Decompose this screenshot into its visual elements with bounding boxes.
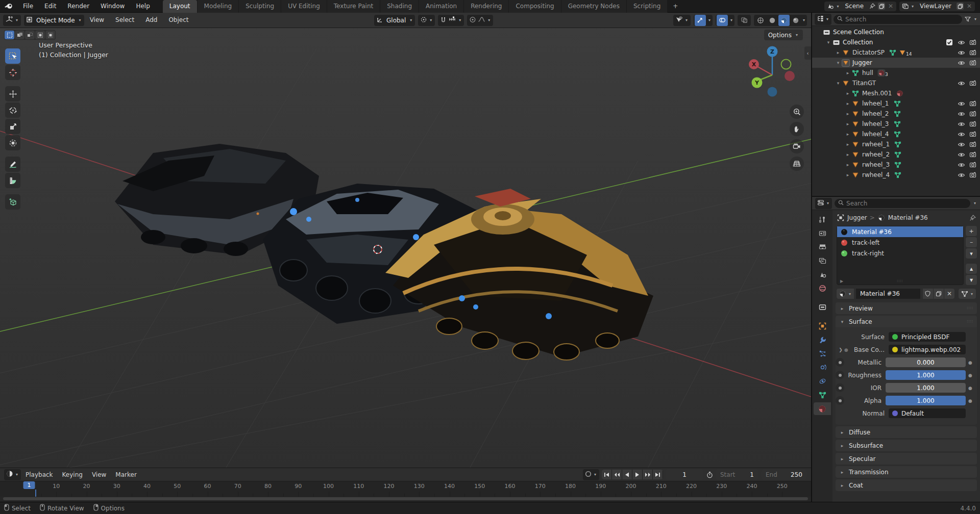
move-slot-up-button[interactable]: ▲	[966, 264, 977, 274]
hide-eye-toggle[interactable]	[957, 79, 965, 87]
outliner-row-lwheel-4[interactable]: ▸lwheel_4	[812, 129, 980, 139]
render-visibility-toggle[interactable]	[969, 150, 977, 159]
tab-object[interactable]	[814, 320, 831, 332]
chevron-right-icon[interactable]: ❯	[838, 347, 844, 352]
add-slot-button[interactable]: +	[966, 226, 977, 236]
show-overlays-toggle[interactable]	[717, 15, 728, 26]
menu-render[interactable]: Render	[62, 0, 95, 13]
tab-render[interactable]	[814, 227, 831, 240]
jump-to-end-button[interactable]	[653, 470, 663, 479]
tab-data[interactable]	[814, 389, 831, 401]
tab-physics[interactable]	[814, 361, 831, 374]
transform-orientation[interactable]: Global ▾	[374, 15, 415, 26]
mode-selector[interactable]: Object Mode ▾	[24, 15, 84, 26]
keyframe-dot[interactable]: ●	[968, 360, 973, 365]
filter-icon[interactable]	[964, 16, 971, 23]
render-visibility-toggle[interactable]	[969, 48, 977, 57]
keyframe-dot[interactable]: ●	[968, 386, 973, 391]
property-slider-ior[interactable]: 1.000	[886, 383, 966, 393]
view-layer-name[interactable]: ViewLayer	[917, 3, 954, 10]
shading-solid-button[interactable]	[767, 15, 778, 26]
outliner-row-mesh-001[interactable]: ▸Mesh.001	[812, 88, 980, 98]
tab-modifiers[interactable]	[814, 333, 831, 346]
shading-rendered-button[interactable]	[790, 15, 801, 26]
normal-field[interactable]: Default	[889, 408, 966, 418]
add-workspace-button[interactable]: +	[668, 3, 683, 10]
chevron-down-icon[interactable]: ▾	[835, 60, 842, 65]
select-subtract-button[interactable]	[25, 31, 35, 39]
shading-dropdown-icon[interactable]: ▾	[802, 18, 806, 22]
property-slider-metallic[interactable]: 0.000	[886, 357, 966, 367]
viewport-menu-object[interactable]: Object	[163, 14, 194, 27]
outliner-row-rwheel-4[interactable]: ▸rwheel_4	[812, 170, 980, 180]
panel-specular[interactable]: ▸Specular	[836, 453, 977, 465]
outliner-row-lwheel-2[interactable]: ▸lwheel_2	[812, 109, 980, 119]
chevron-right-icon[interactable]: ▸	[844, 172, 851, 177]
properties-search-input[interactable]: Search	[835, 199, 970, 208]
outliner-row-rwheel-3[interactable]: ▸rwheel_3	[812, 160, 980, 170]
collection-checkbox[interactable]	[945, 38, 953, 46]
panel-diffuse[interactable]: ▸Diffuse	[836, 426, 977, 438]
outliner-row-jugger[interactable]: ▾Jugger	[812, 58, 980, 68]
render-visibility-toggle[interactable]	[969, 110, 977, 118]
chevron-right-icon[interactable]: ▸	[844, 152, 851, 157]
chevron-right-icon[interactable]: ▸	[844, 142, 851, 147]
menu-help[interactable]: Help	[130, 0, 155, 13]
viewport-menu-add[interactable]: Add	[140, 14, 163, 27]
tab-tool[interactable]	[814, 213, 831, 226]
panel-coat[interactable]: ▸Coat	[836, 479, 977, 491]
workspace-tab-layout[interactable]: Layout	[163, 0, 198, 13]
workspace-tab-texture-paint[interactable]: Texture Paint	[327, 0, 380, 13]
panel-surface[interactable]: ▾ Surface ∷∷	[836, 316, 977, 327]
hide-eye-toggle[interactable]	[957, 59, 965, 67]
camera-view-button[interactable]	[790, 139, 804, 153]
property-slider-alpha[interactable]: 1.000	[886, 396, 966, 405]
chevron-right-icon[interactable]: ▸	[844, 70, 851, 75]
properties-editor-selector[interactable]: ▾	[815, 198, 832, 209]
chevron-right-icon[interactable]: ▸	[844, 101, 851, 106]
hide-eye-toggle[interactable]	[957, 161, 965, 169]
end-frame-field[interactable]: End250	[761, 470, 807, 479]
timeline-editor-selector[interactable]: ▾	[4, 469, 21, 480]
material-slot-track-right[interactable]: track-right	[837, 248, 963, 259]
render-visibility-toggle[interactable]	[969, 120, 977, 128]
outliner-row-collection[interactable]: ▾Collection	[812, 37, 980, 47]
breadcrumb-object[interactable]: Jugger	[847, 214, 867, 221]
xray-toggle[interactable]	[739, 15, 750, 26]
hide-eye-toggle[interactable]	[957, 99, 965, 108]
tab-constraints[interactable]	[814, 375, 831, 388]
stopwatch-icon[interactable]	[706, 471, 713, 478]
new-layer-icon[interactable]	[957, 3, 964, 10]
panel-subsurface[interactable]: ▸Subsurface	[836, 440, 977, 451]
property-slider-roughness[interactable]: 1.000	[886, 370, 966, 380]
render-visibility-toggle[interactable]	[969, 140, 977, 148]
navigation-gizmo[interactable]: Z X Y	[743, 43, 799, 99]
workspace-tab-shading[interactable]: Shading	[380, 0, 419, 13]
panel-transmission[interactable]: ▸Transmission	[836, 466, 977, 478]
timeline-menu-view[interactable]: View	[87, 471, 111, 478]
outliner-search-input[interactable]: Search	[834, 15, 962, 24]
menu-window[interactable]: Window	[95, 0, 130, 13]
hide-eye-toggle[interactable]	[957, 48, 965, 57]
copy-datablock-icon[interactable]	[933, 289, 944, 299]
animate-decorator[interactable]	[836, 396, 844, 405]
select-invert-button[interactable]	[35, 31, 45, 39]
outliner-row-titangt[interactable]: ▾TitanGT	[812, 78, 980, 88]
auto-keying-toggle[interactable]: ▾	[583, 469, 599, 480]
timeline-ruler[interactable]: 1020304050607080901001101201301401501601…	[0, 481, 811, 497]
keyframe-dot[interactable]: ●	[968, 373, 973, 378]
render-visibility-toggle[interactable]	[969, 161, 977, 169]
timeline-scrollbar[interactable]	[3, 497, 808, 500]
workspace-tab-modeling[interactable]: Modeling	[198, 0, 239, 13]
snapping-controls[interactable]: ▾	[438, 15, 464, 26]
shading-material-button[interactable]	[778, 15, 790, 26]
pin-icon[interactable]	[869, 3, 876, 10]
menu-file[interactable]: File	[17, 0, 39, 13]
viewport-menu-select[interactable]: Select	[110, 14, 140, 27]
timeline-menu-marker[interactable]: Marker	[111, 471, 141, 478]
animate-decorator[interactable]	[836, 358, 844, 367]
browse-material-button[interactable]: ▾	[837, 289, 854, 299]
transform-tool[interactable]	[5, 135, 20, 150]
breadcrumb-material[interactable]: Material #36	[888, 214, 928, 221]
chevron-down-icon[interactable]: ▾	[835, 81, 842, 86]
